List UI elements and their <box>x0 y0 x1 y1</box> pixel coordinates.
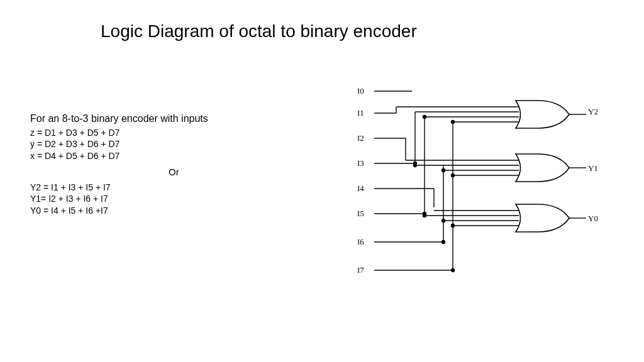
svg-point-38 <box>452 174 455 177</box>
svg-point-36 <box>414 164 417 167</box>
svg-point-32 <box>452 269 455 272</box>
input-label-i6: I6 <box>357 237 364 247</box>
input-label-i1: I1 <box>357 108 364 118</box>
svg-point-37 <box>442 169 445 172</box>
equation-y2: Y2 = I1 + I3 + I5 + I7 <box>30 182 208 194</box>
output-label-y2: Y2 <box>588 107 598 117</box>
svg-point-35 <box>452 224 455 228</box>
equation-y0: Y0 = I4 + I5 + I6 +I7 <box>30 205 208 217</box>
logic-diagram: I0 I1 I2 I3 I4 I5 I6 I7 Y2 Y1 Y0 <box>352 82 616 308</box>
equation-z: z = D1 + D3 + D5 + D7 <box>30 127 208 139</box>
output-label-y1: Y1 <box>588 163 598 173</box>
input-label-i2: I2 <box>357 133 364 143</box>
svg-point-31 <box>442 241 445 244</box>
logic-diagram-svg <box>352 82 616 308</box>
svg-point-40 <box>452 121 455 124</box>
input-label-i5: I5 <box>357 209 364 219</box>
equation-x: x = D4 + D5 + D6 + D7 <box>30 150 208 162</box>
svg-point-39 <box>423 116 426 119</box>
input-label-i0: I0 <box>357 86 364 96</box>
input-label-i4: I4 <box>357 184 364 194</box>
equations-block: For an 8-to-3 binary encoder with inputs… <box>30 112 208 217</box>
svg-point-33 <box>423 214 426 217</box>
or-label: Or <box>169 166 208 178</box>
input-label-i7: I7 <box>357 265 364 275</box>
output-label-y0: Y0 <box>588 214 598 224</box>
equation-y1: Y1= I2 + I3 + I6 + I7 <box>30 193 208 205</box>
equation-y: y = D2 + D3 + D6 + D7 <box>30 138 208 150</box>
svg-point-34 <box>442 219 445 222</box>
page-title: Logic Diagram of octal to binary encoder <box>101 21 417 41</box>
encoder-intro: For an 8-to-3 binary encoder with inputs <box>30 112 208 126</box>
input-label-i3: I3 <box>357 158 364 168</box>
